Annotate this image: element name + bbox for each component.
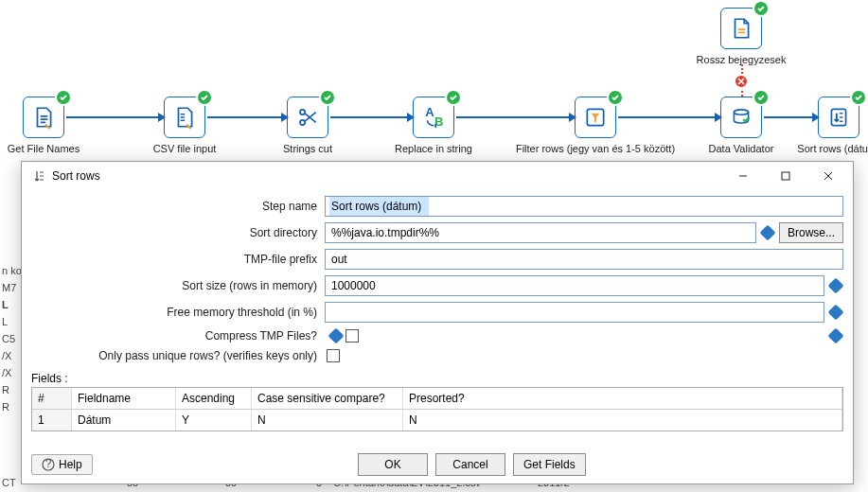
node-replace-in-string[interactable]: AB Replace in string — [413, 97, 454, 138]
maximize-button[interactable] — [764, 163, 806, 189]
node-strings-cut[interactable]: Strings cut — [287, 97, 328, 138]
file-list-icon — [31, 105, 56, 130]
connector — [764, 116, 814, 118]
cell-ascending[interactable]: Y — [176, 410, 252, 430]
ok-badge — [445, 89, 462, 106]
arrow-head-icon — [715, 113, 722, 122]
svg-text:A: A — [425, 105, 434, 119]
node-label: Filter rows (jegy van és 1-5 között) — [516, 143, 675, 154]
fields-label: Fields : — [22, 368, 853, 387]
sort-directory-input[interactable] — [325, 222, 756, 243]
under-text: n ko — [2, 265, 22, 276]
compress-checkbox[interactable] — [345, 329, 359, 343]
fields-grid[interactable]: # Fieldname Ascending Case sensitive com… — [31, 387, 843, 431]
free-mem-input[interactable] — [325, 302, 824, 323]
label-unique: Only pass unique rows? (verifies keys on… — [31, 349, 325, 362]
label-free-mem: Free memory threshold (in %) — [31, 306, 325, 319]
ok-badge — [850, 89, 867, 106]
sort-rows-dialog: Sort rows Step name Sort directory Brows… — [21, 161, 854, 484]
node-filter-rows[interactable]: Filter rows (jegy van és 1-5 között) — [575, 97, 616, 138]
label-compress: Compress TMP Files? — [31, 329, 325, 343]
close-button[interactable] — [806, 163, 849, 189]
connector — [456, 116, 571, 118]
scissors-icon — [295, 105, 320, 130]
variable-icon[interactable] — [328, 328, 344, 343]
cancel-button[interactable]: Cancel — [435, 453, 505, 476]
node-label: Data Validator — [709, 143, 774, 154]
arrow-head-icon — [812, 113, 820, 122]
grid-row[interactable]: 1 Dátum Y N N — [32, 410, 842, 430]
connector — [618, 116, 717, 118]
variable-icon[interactable] — [828, 305, 843, 320]
sort-size-input[interactable] — [325, 275, 824, 296]
node-get-file-names[interactable]: Get File Names — [23, 97, 64, 138]
replace-icon: AB — [421, 105, 446, 130]
ok-badge — [753, 89, 770, 106]
col-presorted: Presorted? — [403, 388, 842, 409]
minimize-button[interactable] — [721, 163, 764, 189]
under-text: R — [2, 384, 9, 395]
variable-icon[interactable] — [760, 225, 775, 240]
arrow-head-icon — [407, 113, 415, 122]
validator-icon — [729, 105, 753, 130]
unique-checkbox[interactable] — [327, 349, 340, 362]
file-icon — [729, 16, 753, 41]
connector — [330, 116, 409, 118]
dialog-title: Sort rows — [52, 169, 100, 183]
filter-icon — [583, 105, 608, 130]
svg-rect-6 — [831, 109, 845, 125]
step-name-input[interactable] — [325, 196, 843, 217]
col-fieldname: Fieldname — [72, 388, 176, 409]
browse-button[interactable]: Browse... — [779, 222, 843, 243]
variable-icon[interactable] — [828, 278, 843, 293]
node-label: Get File Names — [8, 143, 80, 154]
under-text: L — [2, 299, 9, 310]
titlebar[interactable]: Sort rows — [22, 162, 853, 190]
under-text: /X — [2, 350, 11, 361]
svg-text:?: ? — [45, 458, 52, 470]
error-badge — [734, 74, 749, 89]
under-text: R — [2, 401, 9, 413]
ok-badge — [196, 89, 213, 106]
cell-presorted[interactable]: N — [403, 410, 842, 430]
label-sort-directory: Sort directory — [31, 226, 325, 239]
label-tmp-prefix: TMP-file prefix — [31, 253, 325, 266]
ok-badge — [55, 89, 72, 106]
label-sort-size: Sort size (rows in memory) — [31, 279, 325, 292]
ok-badge — [753, 0, 770, 17]
node-sort-rows[interactable]: Sort rows (dátum) — [818, 97, 859, 138]
variable-icon[interactable] — [828, 328, 843, 343]
node-label: Strings cut — [283, 143, 332, 154]
cell-case-sensitive[interactable]: N — [252, 410, 403, 430]
arrow-head-icon — [281, 113, 289, 122]
label-step-name: Step name — [31, 200, 325, 213]
col-num: # — [32, 388, 72, 409]
node-label: CSV file input — [153, 143, 217, 154]
col-case-sensitive: Case sensitive compare? — [252, 388, 403, 409]
arrow-head-icon — [569, 113, 576, 122]
ok-button[interactable]: OK — [358, 453, 428, 476]
cell-num: 1 — [32, 410, 72, 430]
under-text: L — [2, 316, 8, 327]
cell-fieldname[interactable]: Dátum — [72, 410, 176, 430]
help-icon: ? — [42, 458, 55, 471]
node-label: Sort rows (dátum) — [797, 143, 868, 154]
node-csv-file-input[interactable]: CSV file input — [164, 97, 205, 138]
ok-badge — [319, 89, 336, 106]
tmp-prefix-input[interactable] — [325, 249, 843, 270]
node-rossz-bejegyzesek[interactable]: Rossz bejegyzesek — [720, 8, 762, 49]
csv-icon — [172, 105, 197, 130]
get-fields-button[interactable]: Get Fields — [513, 453, 586, 476]
svg-point-5 — [734, 110, 748, 114]
connector — [66, 116, 160, 118]
node-data-validator[interactable]: Data Validator — [720, 97, 762, 138]
grid-header: # Fieldname Ascending Case sensitive com… — [32, 388, 842, 410]
help-label: Help — [59, 458, 82, 471]
arrow-head-icon — [158, 113, 166, 122]
under-text: /X — [2, 367, 11, 378]
help-button[interactable]: ? Help — [31, 454, 93, 475]
under-text: M7 — [2, 282, 16, 293]
connector — [207, 116, 283, 118]
col-ascending: Ascending — [176, 388, 252, 409]
ok-badge — [607, 89, 624, 106]
